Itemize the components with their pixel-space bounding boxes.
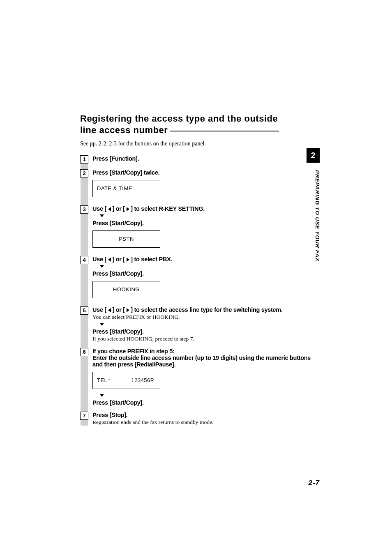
right-arrow-icon	[127, 308, 129, 312]
down-arrow-icon	[100, 323, 104, 326]
heading-rule	[170, 131, 279, 131]
page-number: 2-7	[308, 479, 320, 487]
text: ] to select PBX.	[129, 256, 173, 263]
step-title: Press [Start/Copy] twice.	[92, 169, 314, 176]
right-arrow-icon	[127, 258, 129, 262]
down-arrow-icon	[100, 214, 104, 217]
step-number: 1	[80, 155, 88, 164]
step-7: 7 Press [Stop]. Registration ends and th…	[80, 412, 314, 426]
lcd-display: PSTN	[92, 230, 160, 248]
heading-line-2: line access number	[80, 125, 168, 135]
step-number: 6	[80, 348, 88, 356]
text: ] or [	[111, 205, 127, 212]
lcd-display: DATE & TIME	[92, 180, 160, 197]
down-arrow-icon	[100, 265, 104, 268]
step-title: Use [ ] or [ ] to select the access line…	[92, 306, 314, 313]
step-accent-bar	[81, 155, 88, 426]
step-note: Registration ends and the fax returns to…	[92, 419, 314, 426]
text: ] or [	[111, 306, 127, 313]
chapter-tab: 2	[307, 148, 320, 163]
step-title: Use [ ] or [ ] to select PBX.	[92, 256, 314, 263]
lcd-display: TEL= 123456P	[92, 372, 160, 389]
step-5: 5 Use [ ] or [ ] to select the access li…	[80, 306, 314, 342]
step-4: 4 Use [ ] or [ ] to select PBX. Press [S…	[80, 256, 314, 301]
right-arrow-icon	[127, 207, 129, 211]
press-instruction: Press [Start/Copy].	[92, 220, 314, 226]
lcd-display: HOOKING	[92, 281, 160, 298]
step-3: 3 Use [ ] or [ ] to select R-KEY SETTING…	[80, 205, 314, 250]
chapter-side-label: PREPARING TO USE YOUR FAX	[307, 168, 321, 283]
step-2: 2 Press [Start/Copy] twice. DATE & TIME	[80, 169, 314, 200]
step-line-1: If you chose PREFIX in step 5:	[92, 348, 314, 355]
intro-text: See pp. 2-2, 2-3 for the buttons on the …	[80, 140, 314, 147]
left-arrow-icon	[108, 207, 111, 211]
step-line-2: Enter the outside line access number (up…	[92, 355, 314, 368]
step-note: If you selected HOOKING, proceed to step…	[92, 336, 314, 342]
left-arrow-icon	[108, 258, 111, 262]
lcd-right: 123456P	[131, 377, 154, 389]
left-arrow-icon	[108, 308, 111, 312]
steps-list: 1 Press [Function]. 2 Press [Start/Copy]…	[80, 155, 314, 426]
text: Use [	[92, 205, 108, 212]
text: ] to select the access line type for the…	[129, 306, 283, 313]
step-1: 1 Press [Function].	[80, 155, 314, 164]
press-instruction: Press [Start/Copy].	[92, 399, 314, 406]
step-number: 5	[80, 306, 88, 315]
step-note: You can select PREFIX or HOOKING.	[92, 314, 314, 320]
down-arrow-icon	[100, 394, 104, 397]
step-6: 6 If you chose PREFIX in step 5: Enter t…	[80, 348, 314, 406]
step-number: 4	[80, 256, 88, 264]
step-number: 2	[80, 169, 88, 177]
text: Use [	[92, 306, 108, 313]
page-content: Registering the access type and the outs…	[80, 113, 314, 426]
press-instruction: Press [Start/Copy].	[92, 270, 314, 277]
lcd-left: TEL=	[97, 377, 111, 389]
step-title: Press [Function].	[92, 155, 139, 162]
press-instruction: Press [Start/Copy].	[92, 328, 314, 335]
step-title: Use [ ] or [ ] to select R-KEY SETTING.	[92, 205, 314, 212]
heading-line-1: Registering the access type and the outs…	[80, 113, 278, 124]
text: ] to select R-KEY SETTING.	[129, 205, 205, 212]
step-number: 3	[80, 205, 88, 214]
text: Use [	[92, 256, 108, 263]
step-title: Press [Stop].	[92, 412, 314, 418]
section-heading: Registering the access type and the outs…	[80, 113, 314, 136]
step-number: 7	[80, 412, 88, 420]
text: ] or [	[111, 256, 127, 263]
